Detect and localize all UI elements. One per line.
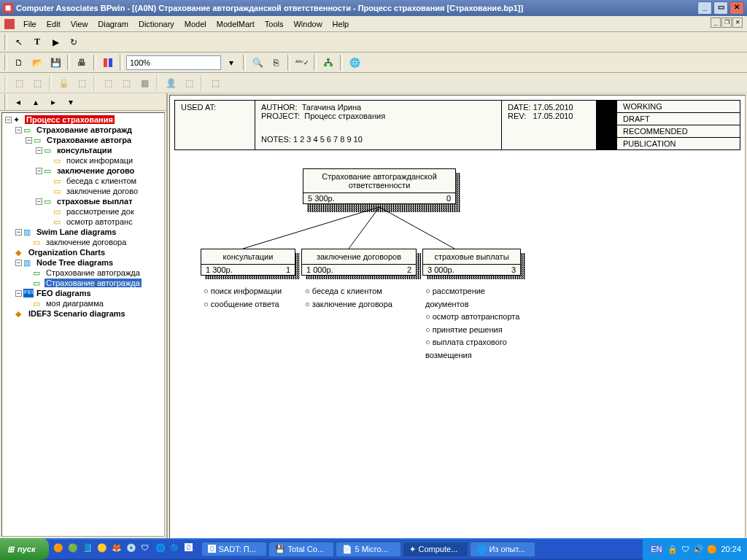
tree-item[interactable]: Страхование автогражда bbox=[44, 268, 142, 277]
tree-item[interactable]: Страхование автогражд bbox=[35, 125, 133, 134]
task-word[interactable]: 📄5 Micro... bbox=[336, 542, 401, 557]
header-project: Процесс страхования bbox=[304, 112, 385, 120]
svg-rect-5 bbox=[327, 58, 330, 61]
zoom-dropdown[interactable]: ▾ bbox=[223, 55, 239, 71]
ql-icon[interactable]: 🔵 bbox=[170, 543, 182, 555]
mm-btn4: ⬚ bbox=[100, 75, 116, 91]
tray-icon[interactable]: 🛡 bbox=[681, 545, 689, 553]
menu-model[interactable]: Model bbox=[180, 18, 211, 30]
save-button[interactable]: 💾 bbox=[47, 55, 63, 71]
ql-icon[interactable]: 🦊 bbox=[112, 543, 123, 555]
tree-item[interactable]: поиск информаци bbox=[65, 156, 134, 165]
menu-view[interactable]: View bbox=[66, 18, 93, 30]
title-bar: Computer Associates BPwin - [(A0N) Страх… bbox=[0, 0, 747, 16]
tree-item[interactable]: заключение догово bbox=[55, 166, 136, 175]
tree-nav-down[interactable]: ▾ bbox=[63, 94, 79, 110]
close-button[interactable]: ✕ bbox=[729, 1, 744, 15]
ql-icon[interactable]: 🛡 bbox=[141, 543, 152, 555]
ql-icon[interactable]: 🟡 bbox=[97, 543, 109, 555]
tree-item[interactable]: Страхование автогра bbox=[45, 136, 133, 144]
system-tray: EN 🔒 🛡 🔊 🟠 20:24 bbox=[643, 538, 747, 560]
mdi-restore[interactable]: ❐ bbox=[721, 18, 732, 28]
tree-item[interactable]: рассмотрение док bbox=[65, 207, 136, 216]
ql-icon[interactable]: 🅾 bbox=[185, 543, 196, 555]
tray-clock[interactable]: 20:24 bbox=[721, 545, 741, 553]
ql-icon[interactable]: 📘 bbox=[82, 543, 94, 555]
tree-item[interactable]: страховые выплат bbox=[55, 197, 134, 206]
spell-button[interactable]: ᴬᴮᶜ✓ bbox=[294, 55, 310, 71]
ql-icon[interactable]: 🟠 bbox=[53, 543, 65, 555]
box-root[interactable]: Страхование автогражданской ответственно… bbox=[303, 168, 456, 204]
task-bpwin[interactable]: ✦Compute... bbox=[403, 542, 468, 557]
menu-dictionary[interactable]: Dictionary bbox=[134, 18, 179, 30]
tree-item[interactable]: заключение догово bbox=[65, 187, 139, 195]
tree-group[interactable]: Node Tree diagrams bbox=[35, 258, 115, 267]
mm-person[interactable]: 👤 bbox=[163, 75, 179, 91]
tray-icon[interactable]: 🟠 bbox=[707, 545, 717, 554]
tree-item-selected[interactable]: Страхование автогражда bbox=[44, 279, 142, 287]
task-ie[interactable]: 🌐Из опыт... bbox=[470, 542, 535, 557]
model-tree[interactable]: −✦Процесс страхования −▭Страхование авто… bbox=[1, 112, 165, 537]
mm-btn6: ▦ bbox=[136, 75, 152, 91]
toolbar-main: 🗋 📂 💾 🖶 ▾ 🔍 ⎘ ᴬᴮᶜ✓ 🌐 bbox=[0, 52, 747, 73]
tree-group[interactable]: Swim Lane diagrams bbox=[35, 228, 117, 236]
play-tool[interactable]: ▶ bbox=[47, 34, 63, 50]
ql-icon[interactable]: 🌐 bbox=[155, 543, 167, 555]
pointer-tool[interactable]: ↖ bbox=[11, 34, 27, 50]
word-icon: 📄 bbox=[342, 545, 352, 554]
menu-diagram[interactable]: Diagram bbox=[93, 18, 133, 30]
start-button[interactable]: ⊞ пуск bbox=[0, 538, 49, 560]
zoom-page-button[interactable]: ⎘ bbox=[268, 55, 284, 71]
bullets-col2: беседа с клиентом заключение договора bbox=[305, 285, 418, 311]
task-totalcmd[interactable]: 💾Total Co... bbox=[268, 542, 334, 557]
maximize-button[interactable]: ▭ bbox=[713, 1, 728, 15]
tray-icon[interactable]: 🔒 bbox=[667, 545, 678, 554]
menu-modelmart[interactable]: ModelMart bbox=[212, 18, 259, 30]
browser-button[interactable]: 🌐 bbox=[347, 55, 363, 71]
tree-nav-up[interactable]: ▴ bbox=[28, 94, 44, 110]
menu-edit[interactable]: Edit bbox=[42, 18, 65, 30]
tree-nav-right[interactable]: ▸ bbox=[45, 94, 61, 110]
lang-indicator[interactable]: EN bbox=[649, 544, 664, 554]
menu-bar: File Edit View Diagram Dictionary Model … bbox=[0, 16, 747, 32]
tree-button[interactable] bbox=[320, 55, 336, 71]
tree-item[interactable]: моя диаграмма bbox=[44, 299, 105, 308]
tree-nav-left[interactable]: ◂ bbox=[10, 94, 26, 110]
minimize-button[interactable]: _ bbox=[697, 1, 712, 15]
print-button[interactable]: 🖶 bbox=[74, 55, 90, 71]
tree-group[interactable]: IDEF3 Scenario diagrams bbox=[27, 309, 127, 318]
box-consult[interactable]: консультации 1 300р.1 bbox=[201, 249, 295, 276]
tree-item[interactable]: осмотр автотранс bbox=[65, 217, 134, 226]
ql-icon[interactable]: 💿 bbox=[126, 543, 138, 555]
ql-icon[interactable]: 🟢 bbox=[68, 543, 80, 555]
header-date: 17.05.2010 bbox=[533, 103, 573, 112]
redo-tool[interactable]: ↻ bbox=[66, 34, 82, 50]
reports-button[interactable] bbox=[100, 55, 116, 71]
tree-item[interactable]: беседа с клиентом bbox=[65, 176, 138, 185]
new-button[interactable]: 🗋 bbox=[11, 55, 27, 71]
box-payout[interactable]: страховые выплаты 3 000р.3 bbox=[422, 249, 521, 276]
bullets-col3: рассмотрение документов осмотр автотранс… bbox=[425, 285, 520, 362]
open-button[interactable]: 📂 bbox=[29, 55, 45, 71]
tree-item[interactable]: консультации bbox=[55, 146, 113, 155]
box-contract[interactable]: заключение договоров 1 000р.2 bbox=[301, 249, 417, 276]
tree-group[interactable]: FEO diagrams bbox=[35, 289, 93, 298]
mdi-close[interactable]: ✕ bbox=[732, 18, 743, 28]
zoom-input[interactable] bbox=[126, 55, 221, 70]
mdi-icon bbox=[4, 19, 15, 29]
menu-help[interactable]: Help bbox=[328, 18, 354, 30]
svg-rect-3 bbox=[104, 58, 107, 67]
task-sadt[interactable]: 🅾SADT: П... bbox=[201, 542, 267, 556]
menu-file[interactable]: File bbox=[19, 18, 41, 30]
diagram-canvas[interactable]: USED AT: AUTHOR: Тагачина Ирина PROJECT:… bbox=[169, 95, 746, 553]
menu-window[interactable]: Window bbox=[289, 18, 326, 30]
menu-tools[interactable]: Tools bbox=[260, 18, 288, 30]
tree-group[interactable]: Organization Charts bbox=[27, 248, 107, 257]
tray-icon[interactable]: 🔊 bbox=[693, 545, 703, 554]
zoom-in-button[interactable]: 🔍 bbox=[249, 55, 266, 71]
tree-item[interactable]: заключение договора bbox=[44, 238, 128, 246]
tree-root[interactable]: Процесс страхования bbox=[25, 115, 115, 124]
mdi-minimize[interactable]: _ bbox=[711, 18, 721, 28]
text-tool[interactable]: T bbox=[29, 34, 45, 50]
disk-icon: 💾 bbox=[275, 545, 285, 554]
